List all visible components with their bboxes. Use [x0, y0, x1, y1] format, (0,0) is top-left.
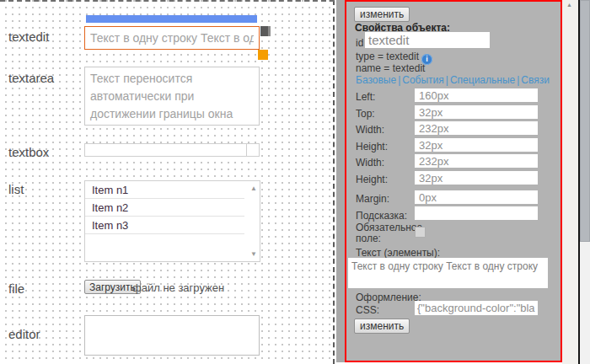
- list-field[interactable]: Item n1 Item n2 Item n3 ▲ ▼: [84, 180, 260, 262]
- edit-button-top[interactable]: изменить: [354, 7, 410, 22]
- scroll-up-icon[interactable]: ▲: [566, 2, 572, 8]
- selection-top-bar: [86, 15, 257, 23]
- hint-label: Подсказка:: [356, 210, 407, 222]
- textbox-spinner[interactable]: [246, 144, 259, 156]
- css-label: CSS:: [356, 304, 379, 316]
- prop-input-height[interactable]: [415, 138, 538, 152]
- textedit-field[interactable]: [84, 26, 260, 50]
- css-input[interactable]: [415, 301, 538, 315]
- required-checkbox[interactable]: [415, 227, 426, 238]
- prop-label-height2: Height:: [356, 174, 388, 185]
- prop-input-left[interactable]: [415, 88, 538, 102]
- name-line: name = textedit: [356, 62, 425, 74]
- style-section-label: Оформление:: [356, 292, 421, 303]
- prop-input-height2[interactable]: [415, 171, 538, 185]
- text-elements-input[interactable]: Текст в одну строку Текст в одну строку: [348, 258, 548, 288]
- tab-separator: |: [398, 74, 400, 86]
- prop-input-width2[interactable]: [415, 154, 538, 168]
- list-item[interactable]: Item n3: [85, 217, 244, 234]
- prop-label-width: Width:: [356, 124, 384, 136]
- list-item[interactable]: Item n2: [85, 199, 244, 217]
- page-scrollbar-thumb[interactable]: [580, 0, 590, 242]
- prop-input-width[interactable]: [415, 121, 538, 135]
- prop-label-top: Top:: [356, 108, 375, 120]
- tab-special[interactable]: Специальные: [450, 74, 515, 86]
- widget-label-list: list: [8, 182, 24, 196]
- list-item[interactable]: Item n1: [85, 181, 244, 199]
- hint-input[interactable]: [415, 206, 538, 220]
- resize-handle-icon[interactable]: [258, 50, 268, 60]
- text-elements-label: Текст (элементы):: [356, 247, 440, 259]
- tab-basic[interactable]: Базовые: [356, 74, 396, 86]
- property-tabs: Базовые|События|Специальные|Связи: [356, 74, 550, 86]
- properties-panel: изменить Свойства объекта: id type = tex…: [345, 0, 562, 362]
- required-field-label: Обязательное поле:: [356, 222, 416, 244]
- panel-scrollbar[interactable]: ▲: [562, 0, 578, 364]
- scroll-up-icon[interactable]: ▲: [250, 185, 257, 192]
- textbox-field[interactable]: [84, 143, 260, 157]
- prop-label-left: Left:: [356, 91, 375, 103]
- resize-handle-icon[interactable]: [260, 26, 271, 36]
- scroll-down-icon[interactable]: ▼: [250, 250, 257, 258]
- form-canvas[interactable]: textedit textarea Текст переносится авто…: [0, 0, 335, 364]
- form-builder-app: textedit textarea Текст переносится авто…: [0, 0, 590, 364]
- tab-events[interactable]: События: [402, 74, 444, 86]
- widget-label-file: file: [8, 281, 24, 296]
- prop-label-margin: Margin:: [356, 193, 389, 205]
- edit-button-bottom[interactable]: изменить: [354, 318, 410, 334]
- id-input[interactable]: [365, 32, 490, 48]
- editor-field[interactable]: [84, 315, 260, 356]
- panel-gap: [336, 0, 345, 362]
- tab-links[interactable]: Связи: [521, 74, 550, 86]
- file-status-text: файл не загружен: [132, 281, 224, 294]
- widget-label-textbox: textbox: [8, 145, 49, 159]
- id-label: id: [356, 37, 363, 49]
- prop-label-width2: Width:: [356, 157, 384, 169]
- prop-label-height: Height:: [356, 141, 388, 153]
- textarea-field[interactable]: Текст переносится автоматически при дост…: [84, 67, 260, 126]
- widget-label-textedit: textedit: [8, 29, 49, 44]
- tab-separator: |: [517, 74, 519, 86]
- widget-label-textarea: textarea: [8, 71, 54, 85]
- page-scrollbar[interactable]: [580, 0, 590, 364]
- prop-input-margin[interactable]: [415, 190, 538, 204]
- prop-input-top[interactable]: [415, 105, 538, 119]
- widget-label-editor: editor: [8, 327, 40, 341]
- tab-separator: |: [446, 74, 448, 86]
